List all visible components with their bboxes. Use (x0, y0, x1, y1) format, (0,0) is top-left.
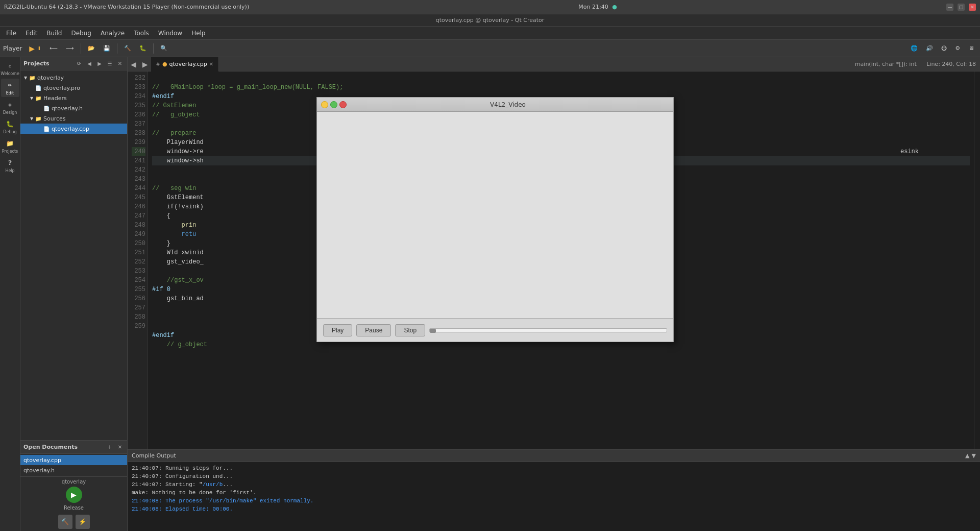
deploy-btn[interactable]: ⚡ (76, 515, 90, 529)
locate-btn[interactable]: 🔍 (157, 43, 170, 53)
editor-wrapper: 232233234235 236237238239 240241 2422432… (128, 71, 980, 531)
sidebar-label-welcome: Welcome (1, 71, 19, 76)
position-label: Line: 240, Col: 18 (926, 61, 976, 67)
menu-file[interactable]: File (2, 29, 20, 38)
projects-fwd-btn[interactable]: ▶ (95, 60, 104, 68)
build-icon-small: 🔨 (61, 518, 69, 525)
player-label: Player (3, 45, 22, 52)
build-btn[interactable]: 🔨 (121, 43, 134, 53)
build-run-btn[interactable]: 🔨 (58, 515, 72, 529)
menu-help[interactable]: Help (187, 29, 209, 38)
projects-close-btn[interactable]: ✕ (116, 60, 124, 68)
open-doc-qtoverlay-h[interactable]: qtoverlay.h (20, 465, 127, 475)
open-icon: 📂 (88, 45, 95, 52)
deploy-icon: ⚡ (79, 518, 86, 525)
gear-icon: ⚙ (955, 45, 960, 52)
output-text-3b: ... (223, 480, 233, 489)
projects-sync-btn[interactable]: ⟳ (75, 60, 83, 68)
arrow-qtoverlay: ▼ (22, 75, 29, 81)
sidebar-item-welcome[interactable]: ⌂ Welcome (1, 59, 19, 78)
monitor-icon: 🖥 (968, 45, 974, 52)
label-headers: Headers (43, 95, 67, 102)
sidebar-item-projects[interactable]: 📁 Projects (1, 137, 19, 155)
menu-analyze[interactable]: Analyze (96, 29, 129, 38)
label-sources: Sources (43, 115, 66, 122)
tree-item-qtoverlay-cpp[interactable]: ▶ 📄 qtoverlay.cpp (20, 124, 127, 134)
menu-tools[interactable]: Tools (130, 29, 153, 38)
video-progress-bar[interactable] (429, 328, 667, 332)
float-title-text: V4L2_Video (347, 101, 669, 108)
open-btn[interactable]: 📂 (85, 43, 98, 53)
float-maximize-btn[interactable] (330, 101, 337, 108)
menu-edit[interactable]: Edit (21, 29, 41, 38)
compile-output-header: Compile Output ▲ ▼ (128, 450, 980, 462)
power-icon[interactable]: ⏻ (938, 43, 950, 53)
editor-scrollbar[interactable] (974, 71, 980, 449)
output-text-4: make: Nothing to be done for 'first'. (132, 489, 256, 497)
projects-filter-btn[interactable]: ☰ (106, 60, 114, 68)
stop-button[interactable]: Stop (395, 324, 425, 336)
tab-back-btn[interactable]: ◀ (128, 60, 139, 68)
tab-close-btn[interactable]: ✕ (209, 61, 213, 67)
sidebar-item-debug[interactable]: 🐛 Debug (1, 117, 19, 136)
tree-item-qtoverlay[interactable]: ▼ 📁 qtoverlay (20, 73, 127, 83)
open-docs-close-btn[interactable]: ✕ (116, 443, 124, 451)
tree-item-qtoverlay-h[interactable]: ▶ 📄 qtoverlay.h (20, 103, 127, 113)
menu-window[interactable]: Window (154, 29, 186, 38)
volume-icon[interactable]: 🔊 (923, 43, 936, 53)
back-btn[interactable]: ⟵ (46, 43, 61, 53)
floating-video-window[interactable]: V4L2_Video Play Pause Stop (316, 97, 674, 342)
tree-item-qtoverlay-pro[interactable]: ▶ 📄 qtoverlay.pro (20, 83, 127, 93)
system-bar-left: RZG2IL-Ubuntu 64 (2-18.3 - VMware Workst… (4, 4, 249, 10)
menu-debug[interactable]: Debug (67, 29, 95, 38)
float-minimize-btn[interactable] (321, 101, 328, 108)
sidebar-item-design[interactable]: ◈ Design (1, 98, 19, 116)
output-line-3: 21:40:07: Starting: "/usr/b... (132, 480, 976, 489)
qt-titlebar: qtoverlay.cpp @ qtoverlay - Qt Creator (0, 14, 980, 27)
screen-icon[interactable]: 🖥 (965, 43, 977, 53)
run-button[interactable]: ▶ ⏸ (26, 43, 44, 54)
maximize-btn[interactable]: □ (958, 4, 965, 11)
close-btn[interactable]: ✕ (969, 4, 976, 11)
run-config-label: qtoverlay (22, 479, 125, 485)
open-docs-add-btn[interactable]: + (106, 443, 114, 451)
settings-icon[interactable]: ⚙ (952, 43, 963, 53)
compile-output-panel: Compile Output ▲ ▼ 21:40:07: Running ste… (128, 449, 980, 531)
pause-button[interactable]: Pause (356, 324, 391, 336)
tab-qtoverlay-cpp[interactable]: # ● qtoverlay.cpp ✕ (151, 57, 219, 71)
fwd-btn[interactable]: ⟶ (63, 43, 77, 53)
compile-output-content: 21:40:07: Running steps for... 21:40:07:… (128, 462, 980, 531)
menu-build[interactable]: Build (42, 29, 66, 38)
edit-icon: ✏ (6, 81, 15, 90)
float-close-btn[interactable] (339, 101, 347, 108)
minimize-btn[interactable]: — (946, 4, 953, 11)
sidebar-item-help[interactable]: ? Help (1, 156, 19, 175)
play-button[interactable]: Play (323, 324, 352, 336)
welcome-icon: ⌂ (6, 61, 15, 70)
tree-item-sources[interactable]: ▼ 📁 Sources (20, 113, 127, 124)
open-doc-qtoverlay-cpp[interactable]: qtoverlay.cpp (20, 455, 127, 465)
compile-output-btn-up[interactable]: ▲ (965, 452, 969, 459)
locate-icon: 🔍 (160, 45, 167, 52)
open-docs-title: Open Documents (23, 444, 104, 450)
network-icon[interactable]: 🌐 (908, 43, 921, 53)
debug-btn[interactable]: 🐛 (136, 43, 150, 53)
system-bar-center: Mon 21:40 ● (578, 4, 617, 10)
sidebar-label-debug: Debug (3, 130, 16, 134)
icon-qtoverlay-pro: 📄 (35, 84, 42, 91)
system-bar-right: — □ ✕ (946, 4, 976, 11)
tree-item-headers[interactable]: ▼ 📁 Headers (20, 93, 127, 103)
arrow-headers: ▼ (29, 95, 35, 101)
output-line-4: make: Nothing to be done for 'first'. (132, 489, 976, 497)
sidebar-item-edit[interactable]: ✏ Edit (1, 79, 19, 97)
float-video-area (317, 112, 673, 318)
vm-title: RZG2IL-Ubuntu 64 (2-18.3 - VMware Workst… (4, 4, 249, 10)
tab-fwd-btn[interactable]: ▶ (139, 60, 151, 68)
compile-output-btn-down[interactable]: ▼ (972, 452, 976, 459)
projects-back-btn[interactable]: ◀ (85, 60, 93, 68)
save-btn[interactable]: 💾 (100, 43, 113, 53)
output-path-1: /usr/b (203, 480, 223, 489)
output-line-1: 21:40:07: Running steps for... (132, 464, 976, 472)
label-qtoverlay-h: qtoverlay.h (52, 105, 83, 112)
run-button-main[interactable]: ▶ (66, 487, 82, 503)
